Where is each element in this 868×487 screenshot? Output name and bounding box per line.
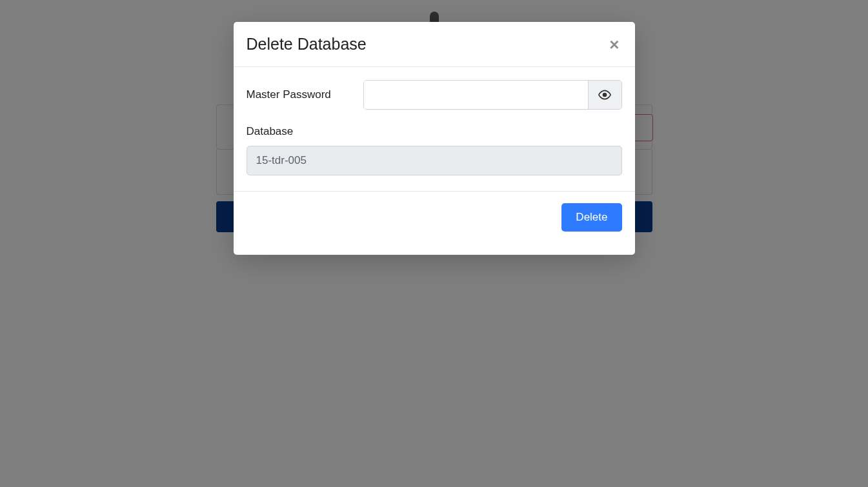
master-password-input-group — [363, 80, 622, 110]
master-password-row: Master Password — [247, 80, 622, 110]
close-button[interactable]: × — [607, 36, 621, 53]
database-label: Database — [247, 125, 622, 138]
database-value: 15-tdr-005 — [247, 146, 622, 175]
eye-icon — [598, 88, 611, 101]
master-password-label: Master Password — [247, 88, 331, 101]
modal-footer: Delete — [234, 191, 635, 255]
master-password-input[interactable] — [364, 81, 588, 109]
close-icon: × — [609, 35, 619, 54]
modal-body: Master Password Database 15-tdr-005 — [234, 67, 635, 191]
delete-database-modal: Delete Database × Master Password Databa… — [234, 22, 635, 255]
delete-button[interactable]: Delete — [561, 203, 621, 232]
modal-header: Delete Database × — [234, 22, 635, 67]
svg-point-0 — [603, 94, 607, 97]
toggle-password-visibility-button[interactable] — [588, 81, 621, 109]
modal-title: Delete Database — [247, 35, 367, 54]
